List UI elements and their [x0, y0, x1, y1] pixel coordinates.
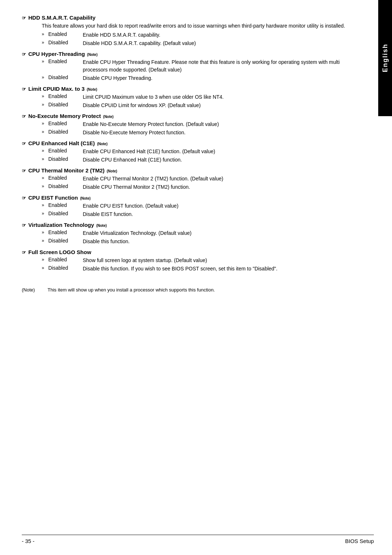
bullet-arrow-icon: »: [42, 238, 47, 243]
list-item: »DisabledDisable EIST function.: [42, 211, 352, 218]
item-desc: Enable No-Execute Memory Protect functio…: [83, 121, 352, 128]
cursor-icon: ☞: [22, 86, 26, 92]
page-label: BIOS Setup: [345, 538, 374, 544]
item-desc: Disable CPU Hyper Threading.: [83, 74, 352, 82]
section-note: (Note): [96, 224, 107, 228]
item-label: Enabled: [48, 58, 83, 64]
list-item: »EnabledEnable CPU Enhanced Halt (C1E) f…: [42, 148, 352, 155]
section-cpu-eist: ☞CPU EIST Function(Note)»EnabledEnable C…: [22, 195, 352, 218]
page-container: English ☞HDD S.M.A.R.T. CapabilityThis f…: [0, 0, 392, 555]
section-intro: This feature allows your hard disk to re…: [42, 22, 352, 30]
item-desc: Disable EIST function.: [83, 211, 352, 218]
item-desc: Show full screen logo at system startup.…: [83, 257, 352, 264]
side-tab-text: English: [381, 44, 389, 72]
list-item: »EnabledShow full screen logo at system …: [42, 257, 352, 264]
item-desc: Disable HDD S.M.A.R.T. capability. (Defa…: [83, 40, 352, 47]
section-title-full-screen-logo: ☞Full Screen LOGO Show: [22, 249, 352, 255]
list-item: »DisabledDisable CPU Enhanced Halt (C1E)…: [42, 156, 352, 164]
item-list-cpu-eist: »EnabledEnable CPU EIST function. (Defau…: [42, 202, 352, 218]
bullet-arrow-icon: »: [42, 175, 47, 180]
section-title-text: Virtualization Technology: [28, 222, 94, 228]
section-title-cpu-eist: ☞CPU EIST Function(Note): [22, 195, 352, 201]
item-desc: Enable CPU Thermal Monitor 2 (TM2) funct…: [83, 175, 352, 183]
list-item: »EnabledEnable HDD S.M.A.R.T. capability…: [42, 31, 352, 39]
section-title-cpu-thermal-monitor: ☞CPU Thermal Monitor 2 (TM2)(Note): [22, 167, 352, 174]
item-desc: Disable No-Execute Memory Protect functi…: [83, 129, 352, 136]
item-label: Enabled: [48, 202, 83, 208]
item-list-limit-cpuid: »EnabledLimit CPUID Maximum value to 3 w…: [42, 93, 352, 109]
item-label: Disabled: [48, 129, 83, 135]
bullet-arrow-icon: »: [42, 59, 47, 64]
item-label: Enabled: [48, 121, 83, 126]
list-item: »DisabledDisable HDD S.M.A.R.T. capabili…: [42, 40, 352, 47]
section-title-cpu-hyper-threading: ☞CPU Hyper-Threading(Note): [22, 51, 352, 57]
bullet-arrow-icon: »: [42, 75, 47, 80]
section-title-text: Full Screen LOGO Show: [28, 249, 91, 255]
item-label: Disabled: [48, 265, 83, 271]
bullet-arrow-icon: »: [42, 265, 47, 270]
list-item: »EnabledEnable Virtualization Technology…: [42, 229, 352, 237]
section-cpu-enhanced-halt: ☞CPU Enhanced Halt (C1E)(Note)»EnabledEn…: [22, 140, 352, 164]
item-desc: Enable CPU Hyper Threading Feature. Plea…: [83, 58, 352, 74]
bullet-arrow-icon: »: [42, 156, 47, 162]
item-list-virtualization: »EnabledEnable Virtualization Technology…: [42, 229, 352, 245]
item-desc: Enable CPU Enhanced Halt (C1E) function.…: [83, 148, 352, 155]
item-desc: Disable this function. If you wish to se…: [83, 265, 352, 273]
item-list-cpu-enhanced-halt: »EnabledEnable CPU Enhanced Halt (C1E) f…: [42, 148, 352, 164]
item-label: Enabled: [48, 257, 83, 262]
item-desc: Limit CPUID Maximum value to 3 when use …: [83, 93, 352, 101]
bullet-arrow-icon: »: [42, 257, 47, 262]
section-title-virtualization: ☞Virtualization Technology(Note): [22, 222, 352, 228]
item-desc: Disable CPU Thermal Monitor 2 (TM2) func…: [83, 183, 352, 191]
section-note: (Note): [103, 115, 114, 119]
section-title-text: CPU Enhanced Halt (C1E): [28, 140, 95, 146]
main-content: ☞HDD S.M.A.R.T. CapabilityThis feature a…: [22, 15, 352, 273]
bullet-arrow-icon: »: [42, 230, 47, 235]
bullet-arrow-icon: »: [42, 203, 47, 208]
bullet-arrow-icon: »: [42, 94, 47, 99]
bullet-arrow-icon: »: [42, 32, 47, 37]
section-hdd-smart: ☞HDD S.M.A.R.T. CapabilityThis feature a…: [22, 15, 352, 47]
cursor-icon: ☞: [22, 52, 26, 57]
item-label: Disabled: [48, 238, 83, 244]
item-label: Enabled: [48, 31, 83, 37]
section-title-text: No-Execute Memory Protect: [28, 113, 101, 119]
bullet-arrow-icon: »: [42, 40, 47, 45]
list-item: »EnabledEnable CPU Thermal Monitor 2 (TM…: [42, 175, 352, 183]
page-bottom: - 35 - BIOS Setup: [22, 535, 374, 544]
list-item: »DisabledDisable CPUID Limit for windows…: [42, 102, 352, 109]
section-no-execute: ☞No-Execute Memory Protect(Note)»Enabled…: [22, 113, 352, 136]
section-virtualization: ☞Virtualization Technology(Note)»Enabled…: [22, 222, 352, 245]
item-label: Disabled: [48, 211, 83, 216]
english-side-tab: English: [378, 0, 392, 116]
footer-note-label: (Note): [22, 287, 42, 293]
list-item: »DisabledDisable this function.: [42, 238, 352, 245]
item-list-no-execute: »EnabledEnable No-Execute Memory Protect…: [42, 121, 352, 136]
list-item: »DisabledDisable No-Execute Memory Prote…: [42, 129, 352, 136]
section-title-text: Limit CPUID Max. to 3: [28, 86, 85, 92]
item-label: Disabled: [48, 40, 83, 45]
cursor-icon: ☞: [22, 168, 26, 174]
section-note: (Note): [80, 196, 91, 200]
item-label: Disabled: [48, 74, 83, 80]
list-item: »EnabledEnable CPU EIST function. (Defau…: [42, 202, 352, 210]
cursor-icon: ☞: [22, 223, 26, 228]
item-list-cpu-thermal-monitor: »EnabledEnable CPU Thermal Monitor 2 (TM…: [42, 175, 352, 191]
section-title-no-execute: ☞No-Execute Memory Protect(Note): [22, 113, 352, 119]
section-note: (Note): [87, 87, 97, 91]
item-label: Enabled: [48, 175, 83, 181]
footer-note: (Note) This item will show up when you i…: [22, 287, 370, 293]
list-item: »EnabledLimit CPUID Maximum value to 3 w…: [42, 93, 352, 101]
cursor-icon: ☞: [22, 195, 26, 201]
item-desc: Disable CPUID Limit for windows XP. (Def…: [83, 102, 352, 109]
item-desc: Enable CPU EIST function. (Default value…: [83, 202, 352, 210]
section-cpu-hyper-threading: ☞CPU Hyper-Threading(Note)»EnabledEnable…: [22, 51, 352, 82]
section-title-text: CPU Thermal Monitor 2 (TM2): [28, 167, 105, 174]
section-title-text: CPU EIST Function: [28, 195, 78, 201]
section-cpu-thermal-monitor: ☞CPU Thermal Monitor 2 (TM2)(Note)»Enabl…: [22, 167, 352, 191]
item-label: Disabled: [48, 183, 83, 189]
list-item: »DisabledDisable this function. If you w…: [42, 265, 352, 273]
list-item: »DisabledDisable CPU Thermal Monitor 2 (…: [42, 183, 352, 191]
item-list-hdd-smart: »EnabledEnable HDD S.M.A.R.T. capability…: [42, 31, 352, 47]
item-list-cpu-hyper-threading: »EnabledEnable CPU Hyper Threading Featu…: [42, 58, 352, 82]
